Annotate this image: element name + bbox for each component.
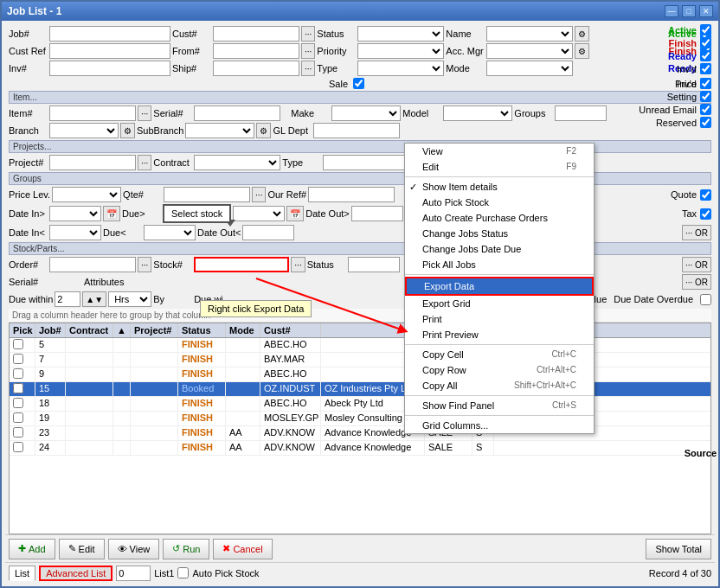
duewithin-input[interactable] bbox=[55, 291, 80, 307]
priority-select[interactable] bbox=[357, 43, 444, 59]
make-select[interactable] bbox=[331, 105, 401, 121]
hrs-select[interactable]: Hrs bbox=[108, 291, 151, 307]
menu-change-jobs-date[interactable]: Change Jobs Date Due bbox=[405, 241, 594, 257]
menu-change-jobs-status[interactable]: Change Jobs Status bbox=[405, 226, 594, 241]
quote-cb[interactable] bbox=[700, 189, 711, 201]
add-button[interactable]: ✚ Add bbox=[9, 539, 55, 559]
due-date-overdue-cb[interactable] bbox=[700, 294, 711, 305]
type-select[interactable] bbox=[357, 61, 444, 76]
subbranch-select[interactable] bbox=[185, 123, 254, 138]
list-tab[interactable]: List bbox=[9, 566, 35, 581]
qteno-dots-button[interactable]: ··· bbox=[252, 187, 266, 202]
orderno-dots-button[interactable]: ··· bbox=[138, 257, 151, 272]
col-pick[interactable]: Pick bbox=[10, 323, 35, 337]
from-dots-button[interactable]: ··· bbox=[301, 43, 315, 59]
dateinlt-select[interactable] bbox=[49, 225, 101, 240]
subbranch-settings-button[interactable]: ⚙ bbox=[256, 123, 271, 138]
reserved-cb[interactable] bbox=[700, 117, 711, 128]
inv-input[interactable] bbox=[49, 61, 170, 76]
row-checkbox[interactable] bbox=[13, 427, 23, 438]
orderno-input[interactable] bbox=[49, 257, 136, 272]
accmgr-settings-button[interactable]: ⚙ bbox=[575, 43, 589, 59]
name-select[interactable] bbox=[486, 26, 573, 42]
job-input[interactable] bbox=[49, 26, 170, 42]
serialno-input[interactable] bbox=[194, 105, 280, 121]
menu-copy-cell[interactable]: Copy Cell Ctrl+C bbox=[405, 347, 594, 362]
menu-pick-all[interactable]: Pick All Jobs bbox=[405, 257, 594, 272]
from-input[interactable] bbox=[213, 43, 299, 59]
gldept-input[interactable] bbox=[313, 123, 400, 138]
menu-show-find[interactable]: Show Find Panel Ctrl+S bbox=[405, 398, 594, 413]
cancel-button[interactable]: ✖ Cancel bbox=[213, 539, 272, 559]
menu-view[interactable]: View F2 bbox=[405, 144, 594, 159]
unread-email-cb[interactable] bbox=[700, 104, 711, 115]
grid-container[interactable]: Pick Job# Contract ▲ Project# Status Mod… bbox=[9, 323, 711, 534]
status-select[interactable] bbox=[357, 26, 444, 42]
menu-copy-row[interactable]: Copy Row Ctrl+Alt+C bbox=[405, 362, 594, 378]
grid-row[interactable]: 18 FINISH ABEC.HO Abeck Pty Ltd SALE S bbox=[10, 397, 710, 412]
ship-input[interactable] bbox=[213, 61, 299, 76]
menu-export-data[interactable]: Export Data bbox=[405, 277, 594, 296]
row-checkbox[interactable] bbox=[13, 339, 23, 349]
custref-input[interactable] bbox=[49, 43, 170, 59]
ready-cb[interactable] bbox=[700, 50, 711, 61]
row-checkbox[interactable] bbox=[13, 383, 23, 393]
show-total-button[interactable]: Show Total bbox=[646, 539, 711, 559]
grid-row[interactable]: 23 FINISH AA ADV.KNOW Advance Knowledge … bbox=[10, 426, 710, 441]
datein-cal-button[interactable]: 📅 bbox=[103, 206, 120, 221]
menu-print-preview[interactable]: Print Preview bbox=[405, 327, 594, 342]
row-checkbox[interactable] bbox=[13, 398, 23, 408]
due-cal-button[interactable]: 📅 bbox=[286, 206, 304, 221]
active-cb[interactable] bbox=[700, 24, 711, 35]
invd-cb[interactable] bbox=[700, 63, 711, 74]
grid-row[interactable]: 7 FINISH BAY.MAR SALE S bbox=[10, 353, 710, 368]
accmgr-select[interactable] bbox=[486, 43, 573, 59]
menu-show-item-details[interactable]: Show Item details bbox=[405, 179, 594, 195]
run-button[interactable]: ↺ Run bbox=[163, 539, 209, 559]
ourrefno-input[interactable] bbox=[308, 187, 395, 202]
list-number-input[interactable] bbox=[116, 566, 151, 581]
contract-select[interactable] bbox=[194, 155, 280, 170]
menu-grid-columns[interactable]: Grid Columns... bbox=[405, 418, 594, 433]
or-button-2[interactable]: ··· OR bbox=[682, 257, 711, 272]
grid-row[interactable]: 24 FINISH AA ADV.KNOW Advance Knowledge … bbox=[10, 441, 710, 456]
branch-select[interactable] bbox=[49, 123, 119, 138]
col-contract[interactable]: Contract bbox=[66, 323, 113, 337]
minimize-button[interactable]: — bbox=[665, 5, 678, 17]
projectno-dots-button[interactable]: ··· bbox=[138, 155, 151, 170]
duelt-select[interactable] bbox=[144, 225, 196, 240]
close-button[interactable]: ✕ bbox=[699, 5, 713, 17]
pricelev-select[interactable] bbox=[52, 187, 121, 202]
col-sort[interactable]: ▲ bbox=[113, 323, 131, 337]
ship-dots-button[interactable]: ··· bbox=[301, 61, 315, 76]
dateout-input[interactable] bbox=[351, 206, 403, 221]
auto-pick-checkbox[interactable] bbox=[177, 567, 189, 578]
projectno-input[interactable] bbox=[49, 155, 136, 170]
setting-cb[interactable] bbox=[700, 91, 711, 102]
qteno-input[interactable] bbox=[164, 187, 250, 202]
groups-input[interactable] bbox=[555, 105, 607, 121]
cust-input[interactable] bbox=[213, 26, 299, 42]
row-checkbox[interactable] bbox=[13, 354, 23, 364]
dateoutlt-input[interactable] bbox=[242, 225, 294, 240]
row-checkbox[interactable] bbox=[13, 442, 23, 452]
menu-auto-pick[interactable]: Auto Pick Stock bbox=[405, 195, 594, 210]
col-job[interactable]: Job# bbox=[35, 323, 66, 337]
itemno-input[interactable] bbox=[49, 105, 136, 121]
grid-row[interactable]: 5 FINISH ABEC.HO SALE S bbox=[10, 338, 710, 353]
grid-row[interactable]: 9 FINISH ABEC.HO TESTING T bbox=[10, 368, 710, 382]
maximize-button[interactable]: □ bbox=[682, 5, 696, 17]
duewithin-stepper[interactable]: ▲▼ bbox=[82, 291, 106, 307]
menu-copy-all[interactable]: Copy All Shift+Ctrl+Alt+C bbox=[405, 378, 594, 393]
row-checkbox[interactable] bbox=[13, 412, 23, 423]
datein-select[interactable] bbox=[49, 206, 101, 221]
advanced-list-tab[interactable]: Advanced List bbox=[39, 566, 112, 581]
edit-button[interactable]: ✎ Edit bbox=[59, 539, 105, 559]
view-button[interactable]: 👁 View bbox=[108, 539, 160, 559]
branch-settings-button[interactable]: ⚙ bbox=[120, 123, 135, 138]
select-stock-button[interactable]: Select stock bbox=[163, 204, 231, 223]
due-select[interactable] bbox=[233, 206, 285, 221]
name-settings-button[interactable]: ⚙ bbox=[575, 26, 589, 42]
price-cb[interactable] bbox=[700, 78, 711, 89]
mode-select[interactable] bbox=[486, 61, 573, 76]
